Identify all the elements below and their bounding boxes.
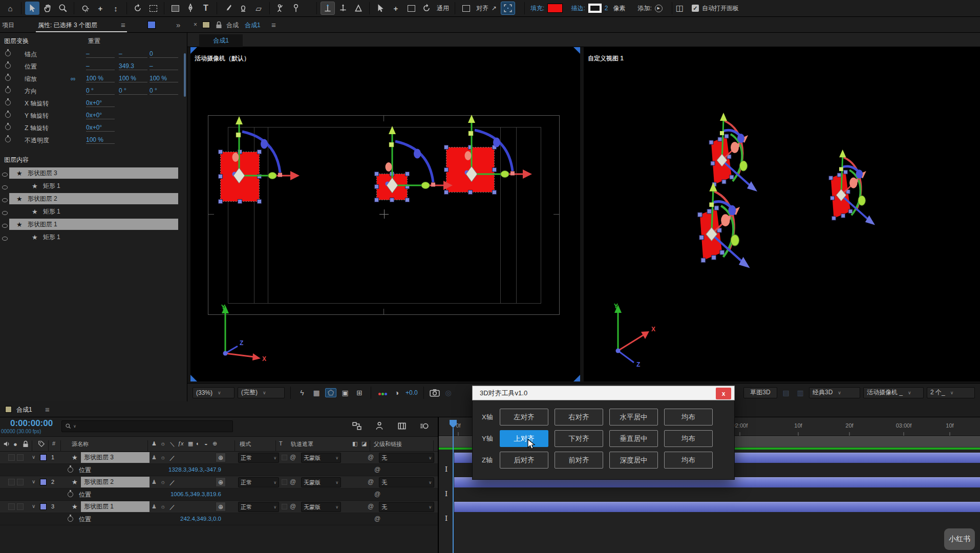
distribute-x-button[interactable]: 均布 bbox=[664, 409, 713, 426]
align-top-button[interactable]: 上对齐 bbox=[500, 430, 548, 447]
transform-gizmo[interactable] bbox=[223, 115, 310, 192]
track-matte-select[interactable]: 无蒙版∨ bbox=[301, 502, 341, 512]
stopwatch-icon[interactable] bbox=[5, 51, 11, 56]
tab-comp1[interactable]: 合成1 bbox=[199, 34, 243, 47]
blend-mode-select[interactable]: 正常∨ bbox=[238, 502, 279, 512]
position-property-label[interactable]: 位置 bbox=[79, 466, 91, 475]
gizmo-move-icon[interactable]: + bbox=[389, 2, 403, 15]
puppet-pin-tool-icon[interactable] bbox=[289, 2, 303, 15]
collapse-switch-icon[interactable]: ☼ bbox=[160, 440, 165, 446]
keyframe-ibeam[interactable]: I bbox=[445, 490, 448, 498]
rect-name[interactable]: 矩形 1 bbox=[43, 207, 60, 216]
list-item[interactable]: ★ 矩形 1 bbox=[0, 205, 187, 218]
comp-close-icon[interactable]: × bbox=[194, 21, 197, 28]
rectangle-tool-icon[interactable] bbox=[168, 2, 182, 15]
scale-y-value[interactable]: 100 % bbox=[119, 75, 147, 82]
crop-region-icon[interactable]: ⊞ bbox=[354, 389, 365, 397]
transform-gizmo[interactable] bbox=[455, 114, 542, 190]
eye-icon[interactable] bbox=[2, 237, 8, 241]
panel-overflow-icon[interactable]: » bbox=[176, 21, 180, 29]
fill-color-swatch[interactable] bbox=[547, 4, 563, 13]
align-back-button[interactable]: 后对齐 bbox=[500, 452, 548, 469]
source-name-column[interactable]: 源名称 bbox=[72, 440, 89, 448]
table-row[interactable]: ∨ 1 ★ 形状图层 3 ♟ ☼ ／ ⊕ 正常∨ @ 无蒙版∨ @ 无∨ bbox=[0, 452, 438, 464]
hand-tool-icon[interactable] bbox=[40, 2, 55, 15]
parent-select[interactable]: 无∨ bbox=[379, 477, 434, 487]
gizmo-rotate-icon[interactable] bbox=[419, 2, 434, 15]
shy-switch-icon[interactable]: ♟ bbox=[152, 440, 157, 447]
panel-toggle-icon[interactable]: ◫ bbox=[676, 4, 684, 12]
stopwatch-icon[interactable] bbox=[68, 516, 73, 522]
blend-mode-select[interactable]: 正常∨ bbox=[238, 477, 279, 487]
shy-switch[interactable]: ♟ bbox=[152, 503, 157, 510]
position-value[interactable]: 1328.3,349.3,-347.9 bbox=[144, 466, 221, 473]
align-left-button[interactable]: 左对齐 bbox=[500, 409, 548, 426]
selection-handle[interactable] bbox=[468, 190, 473, 195]
selection-handle[interactable] bbox=[238, 199, 242, 204]
z-rotation-value[interactable]: 0x+0° bbox=[86, 124, 115, 132]
motion-blur-icon[interactable] bbox=[420, 421, 429, 431]
adjustment-switch-icon[interactable]: ◒ bbox=[204, 440, 208, 446]
orientation-y-value[interactable]: 0 ° bbox=[119, 87, 147, 95]
channel-icon[interactable] bbox=[377, 389, 388, 397]
layer-name[interactable]: 形状图层 2 bbox=[81, 477, 150, 487]
selection-handle[interactable] bbox=[218, 199, 223, 204]
chevron-down-icon[interactable]: ∨ bbox=[32, 503, 35, 509]
motion-blur-switch-icon[interactable]: ◐ bbox=[196, 440, 200, 446]
list-item[interactable]: ★ 矩形 1 bbox=[0, 231, 187, 244]
fill-label[interactable]: 填充: bbox=[528, 4, 546, 13]
eraser-tool-icon[interactable]: ▱ bbox=[251, 2, 266, 15]
transparency-grid-icon[interactable]: ▦ bbox=[311, 389, 322, 397]
stopwatch-icon[interactable] bbox=[5, 100, 11, 105]
preserve-transparency-toggle[interactable] bbox=[282, 455, 287, 460]
timeline-menu-icon[interactable]: ≡ bbox=[45, 406, 50, 413]
comp-flowchart-icon[interactable] bbox=[352, 421, 361, 431]
threed-switch-icon[interactable]: ⊕ bbox=[212, 440, 217, 447]
label-column-icon[interactable] bbox=[38, 440, 45, 448]
layer-color-swatch[interactable] bbox=[40, 503, 47, 510]
stroke-color-swatch[interactable] bbox=[588, 4, 602, 13]
frame-blend-icon[interactable] bbox=[397, 421, 407, 431]
draft-3d-button[interactable]: 草图3D bbox=[743, 387, 777, 398]
selected-color-swatch[interactable] bbox=[147, 21, 156, 29]
opacity-value[interactable]: 100 % bbox=[86, 136, 115, 144]
position-x-value[interactable]: – bbox=[86, 62, 115, 70]
pickwhip-icon[interactable]: @ bbox=[290, 478, 296, 485]
axis-mode-view-icon[interactable] bbox=[351, 2, 366, 15]
position-value[interactable]: 242.4,349.3,0.0 bbox=[144, 516, 221, 522]
parent-select[interactable]: 无∨ bbox=[379, 502, 434, 512]
align-front-button[interactable]: 前对齐 bbox=[555, 452, 603, 469]
keyframe-ibeam[interactable]: I bbox=[445, 515, 448, 522]
distribute-y-button[interactable]: 均布 bbox=[664, 430, 713, 447]
number-column-icon[interactable]: # bbox=[52, 440, 55, 446]
lock-icon[interactable] bbox=[216, 21, 222, 29]
layer-name[interactable]: 形状图层 3 bbox=[28, 169, 57, 178]
pickwhip-icon[interactable]: @ bbox=[290, 454, 296, 461]
shy-layers-icon[interactable] bbox=[375, 421, 384, 431]
center-vertical-button[interactable]: 垂直居中 bbox=[609, 430, 658, 447]
axis-mode-world-icon[interactable] bbox=[336, 2, 350, 15]
timeline-tab[interactable]: 合成1 bbox=[16, 406, 32, 414]
home-icon[interactable]: ⌂ bbox=[3, 2, 17, 15]
property-pickwhip-icon[interactable]: @ bbox=[374, 515, 380, 522]
resolution-select[interactable]: (完整)∨ bbox=[238, 387, 285, 398]
stopwatch-icon[interactable] bbox=[68, 467, 73, 473]
axis-mode-local-icon[interactable] bbox=[321, 2, 335, 15]
selection-handle[interactable] bbox=[257, 199, 262, 204]
parent-pickwhip-icon[interactable]: @ bbox=[368, 454, 374, 461]
list-item[interactable]: ★ 形状图层 3 bbox=[0, 167, 187, 180]
center-depth-button[interactable]: 深度居中 bbox=[609, 452, 658, 469]
add-menu-icon[interactable]: ▶ bbox=[655, 5, 663, 12]
comp-name[interactable]: 合成1 bbox=[245, 21, 261, 30]
selection-handle[interactable] bbox=[492, 190, 497, 195]
selection-handle[interactable] bbox=[218, 174, 223, 179]
table-row[interactable]: 位置 1328.3,349.3,-347.9 @ bbox=[0, 464, 438, 476]
video-toggle[interactable] bbox=[8, 503, 15, 510]
center-horizontal-button[interactable]: 水平居中 bbox=[609, 409, 658, 426]
pan-camera-tool-icon[interactable]: + bbox=[93, 2, 108, 15]
custom-view-1[interactable]: 自定义视图 1 Y X Z bbox=[584, 47, 980, 381]
gizmo-mode-label[interactable]: 通用 bbox=[435, 4, 451, 13]
video-toggle[interactable] bbox=[8, 454, 15, 461]
layer-3d-gizmo[interactable] bbox=[814, 148, 900, 244]
stopwatch-icon[interactable] bbox=[5, 75, 11, 81]
